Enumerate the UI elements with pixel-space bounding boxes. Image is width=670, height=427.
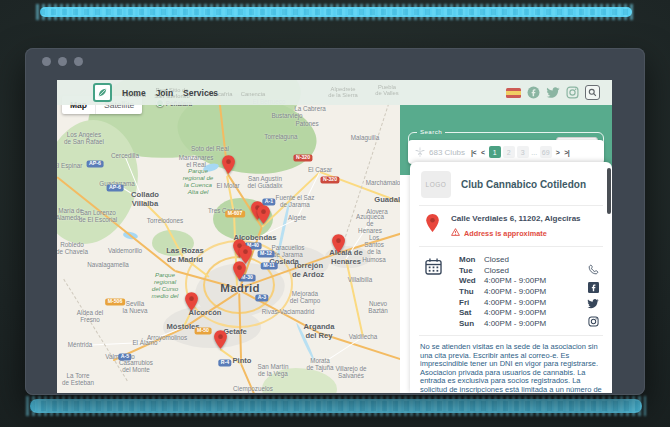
road-shield: N-320: [320, 176, 339, 183]
address-approximate-note: Address is approximate: [464, 229, 547, 238]
club-card: LOGO Club Cannabico Cotiledon Calle Verd…: [410, 162, 612, 393]
cyan-brush-top: [40, 7, 632, 17]
twitter-icon[interactable]: [587, 299, 599, 309]
hours-time: 4:00PM - 9:00PM: [484, 287, 546, 298]
leaf-logo-icon: [97, 84, 108, 102]
map-label: Soto del Real: [191, 145, 229, 152]
map-label: Ciempozuelos: [233, 385, 273, 392]
map-marker-pin[interactable]: [222, 155, 235, 174]
prev-page-button[interactable]: <: [480, 149, 486, 156]
map-label: Malaguilla: [351, 134, 379, 141]
hours-time: 4:00PM - 9:00PM: [484, 319, 546, 330]
map-label: El Álamo: [132, 339, 157, 346]
club-logo-placeholder: LOGO: [421, 171, 451, 198]
map-label: Patones: [295, 120, 318, 127]
road-shield: M-607: [225, 210, 245, 217]
map-label: Parque regional del Curso medio del: [152, 271, 179, 300]
map-label: Casarrubios del Monte: [119, 359, 153, 373]
map-label: Valdilecha: [349, 333, 378, 340]
site-logo[interactable]: [93, 83, 112, 102]
facebook-icon[interactable]: [527, 86, 540, 99]
pagination-page-2[interactable]: 2: [503, 146, 515, 158]
map-marker-pin[interactable]: [233, 261, 246, 280]
map-label: Pinto: [233, 357, 252, 366]
club-contact-icons: [587, 255, 603, 329]
map-label: Torrelaguna: [264, 133, 297, 140]
club-address: Calle Verdiales 6, 11202, Algeciras: [451, 214, 581, 224]
cyan-brush-bottom: [30, 399, 642, 413]
hours-day: Mon: [459, 255, 484, 266]
window-dot-3[interactable]: [74, 57, 83, 66]
road-shield: A-3: [255, 294, 268, 301]
hours-day: Wed: [459, 276, 484, 287]
card-scrollbar[interactable]: [607, 168, 611, 214]
map-label: Guadalajara: [374, 196, 400, 205]
hours-day: Sat: [459, 308, 484, 319]
cannabis-leaf-icon: [414, 146, 426, 158]
map-label: Mejorada del Campo: [290, 290, 320, 304]
map-marker-pin[interactable]: [214, 330, 227, 349]
hours-day: Sun: [459, 319, 484, 330]
map-label: Villarejo de Salvanés: [335, 365, 366, 379]
map-label: Las Rozas de Madrid: [166, 247, 204, 264]
map-marker-pin[interactable]: [332, 234, 345, 253]
pagination-page-...: ...: [531, 146, 538, 158]
map-canvas[interactable]: El BerruecoLa CabreraBustarviejoPatonesT…: [57, 80, 400, 393]
results-sidebar: Search Submit 683 Clubs |< < 1: [400, 80, 612, 393]
search-icon[interactable]: [585, 85, 600, 100]
window-controls: [42, 57, 83, 66]
nav-item-join[interactable]: Join: [156, 88, 173, 98]
pagination-page-1[interactable]: 1: [489, 146, 501, 158]
map-label: Parque regional de la Cuenca Alta del: [183, 167, 214, 196]
map-marker-pin[interactable]: [185, 292, 198, 311]
map-label: Madrid: [220, 282, 260, 295]
map-marker-pin[interactable]: [257, 205, 270, 224]
map-label: Getafe: [223, 328, 247, 337]
map-ghost-label: Alpedrete de la Sierra: [328, 86, 358, 98]
hours-time: Closed: [484, 266, 509, 277]
club-header: LOGO Club Cannabico Cotiledon: [419, 169, 603, 206]
map-label: Navalagamella: [87, 261, 129, 268]
twitter-icon[interactable]: [546, 87, 560, 99]
pagination-page-69[interactable]: 69: [540, 146, 552, 158]
hours-day: Tue: [459, 266, 484, 277]
next-page-button[interactable]: >: [555, 149, 561, 156]
spain-flag-icon[interactable]: [506, 88, 521, 98]
map-label: Sevilla la Nueva: [123, 300, 148, 314]
road-shield: M-506: [105, 298, 125, 305]
location-pin-icon: [426, 214, 439, 236]
road-shield: M-50: [195, 327, 212, 334]
map-ghost-label: Puebla de Valles: [375, 84, 398, 96]
map-label: Torrelodones: [147, 217, 183, 224]
map-label: Fuente el Saz de Jarama: [276, 194, 315, 208]
map-label: Méntrida: [68, 341, 93, 348]
results-pagination-bar: 683 Clubs |< < 123...69 > >|: [408, 140, 604, 164]
road-shield: R-4: [218, 359, 231, 366]
map-label: El Molar: [216, 182, 239, 189]
instagram-icon[interactable]: [566, 86, 579, 99]
facebook-icon[interactable]: [588, 282, 599, 293]
nav-item-home[interactable]: Home: [122, 88, 146, 98]
map-ghost-label: Canencia: [241, 91, 266, 97]
map-label: Collado Villalba: [131, 191, 159, 208]
hours-row: Fri4:00PM - 9:00PM: [459, 298, 587, 309]
window-dot-1[interactable]: [42, 57, 51, 66]
phone-icon[interactable]: [588, 264, 599, 275]
road-shield: M-11: [261, 262, 278, 269]
site-header: HontoriaReal Sitio de San IldefonsoRasca…: [57, 80, 612, 105]
pagination-page-3[interactable]: 3: [517, 146, 529, 158]
calendar-icon: [424, 257, 443, 329]
nav-item-services[interactable]: Services: [183, 88, 218, 98]
hours-day: Thu: [459, 287, 484, 298]
instagram-icon[interactable]: [588, 316, 599, 327]
browser-window: El BerruecoLa CabreraBustarviejoPatonesT…: [25, 48, 645, 395]
club-name[interactable]: Club Cannabico Cotiledon: [461, 179, 586, 190]
map-road: [345, 259, 364, 337]
last-page-button[interactable]: >|: [563, 149, 570, 156]
main-nav: HomeJoinServices: [122, 88, 218, 98]
map-label: Los Angeles de San Rafael: [64, 131, 104, 145]
club-description: No se atienden visitas en la sede de la …: [419, 336, 603, 393]
window-dot-2[interactable]: [58, 57, 67, 66]
map-label: San Agustín del Guadalix: [247, 175, 282, 189]
first-page-button[interactable]: |<: [470, 149, 477, 156]
